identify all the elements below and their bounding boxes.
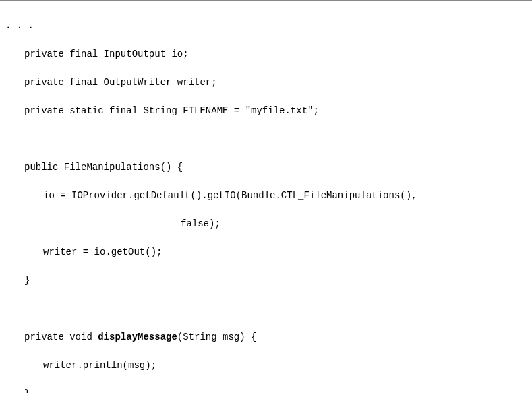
code-line: private void displayMessage(String msg) … [5, 330, 527, 344]
code-line: io = IOProvider.getDefault().getIO(Bundl… [5, 189, 527, 203]
code-listing-container: . . . private final InputOutput io; priv… [0, 0, 532, 393]
code-line: writer.println(msg); [5, 359, 527, 373]
code-line: } [5, 274, 527, 288]
code-line: . . . [5, 19, 527, 33]
code-line: false); [5, 217, 527, 231]
code-line: } [5, 387, 527, 393]
blank-line [5, 302, 527, 316]
code-line: private final OutputWriter writer; [5, 75, 527, 90]
code-line: writer = io.getOut(); [5, 245, 527, 260]
blank-line [5, 132, 527, 146]
method-name: displayMessage [98, 332, 177, 342]
code-line: private final InputOutput io; [5, 47, 527, 61]
code-text: (String msg) { [177, 332, 257, 342]
code-text: private void [24, 332, 98, 342]
code-line: public FileManipulations() { [5, 160, 527, 175]
code-line: private static final String FILENAME = "… [5, 104, 527, 118]
